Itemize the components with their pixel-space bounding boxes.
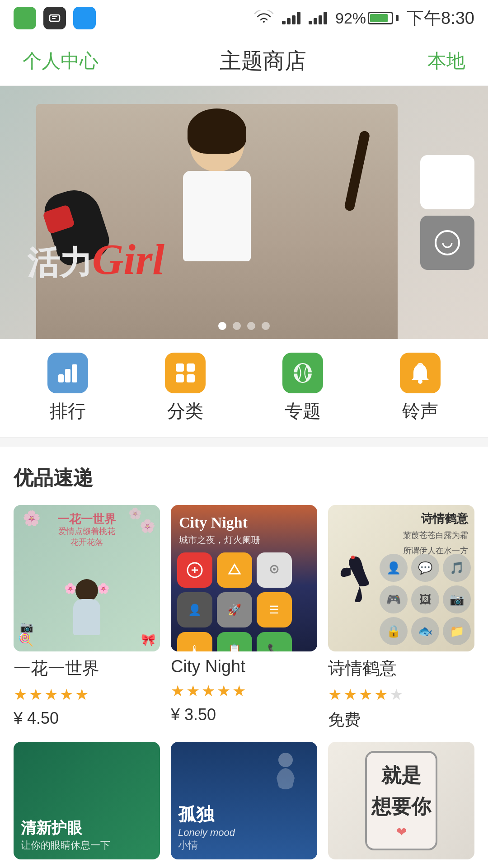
product-card-night[interactable]: City Night 城市之夜，灯火阑珊 [171,505,317,731]
page-title: 主题商店 [220,47,306,75]
banner-girl-text: Girl [92,234,164,284]
product-grid-bottom: 清新护眼 让你的眼睛休息一下 孤独 Lonely mood 小情 [14,742,474,859]
product-name-night: City Night [171,657,317,676]
svg-point-15 [273,568,276,571]
svg-point-17 [278,753,293,767]
product-card-flower[interactable]: 🌸 🌸 🌸 一花一世界 爱情点缀着桃花 花开花落 🌸 🌸 [14,505,160,731]
star-4: ★ [60,685,73,703]
topic-label: 专题 [285,399,321,424]
nav-topic[interactable]: 专题 [282,353,323,424]
svg-point-1 [436,231,459,255]
svg-rect-2 [58,374,64,382]
topic-icon [282,353,323,393]
product-card-eye[interactable]: 清新护眼 让你的眼睛休息一下 [14,742,160,859]
ringtone-icon [400,353,441,393]
svg-rect-8 [187,374,195,382]
app-header: 个人中心 主题商店 本地 [0,36,488,86]
banner-text-overlay: 活力 Girl [27,234,164,285]
product-price-night: ¥ 3.50 [171,705,317,724]
svg-rect-3 [65,369,70,382]
product-card-just[interactable]: 就是 想要你 ❤ [328,742,474,859]
banner-thumb-1[interactable] [420,155,474,209]
star-5: ★ [75,685,89,703]
local-link[interactable]: 本地 [427,48,465,74]
nav-ranking[interactable]: 排行 [47,353,88,424]
star-1: ★ [14,685,27,703]
star-3: ★ [44,685,58,703]
app-icon-2 [43,7,66,29]
product-grid: 🌸 🌸 🌸 一花一世界 爱情点缀着桃花 花开花落 🌸 🌸 [14,505,474,731]
personal-center-link[interactable]: 个人中心 [23,48,99,74]
product-stars-night: ★ ★ ★ ★ ★ [171,682,317,700]
banner: SPORT 活力 Girl [0,86,488,339]
product-thumb-lonely: 孤独 Lonely mood 小情 [171,742,317,859]
signal-2-icon [309,12,327,24]
ranking-label: 排行 [50,399,86,424]
product-thumb-flower: 🌸 🌸 🌸 一花一世界 爱情点缀着桃花 花开花落 🌸 🌸 [14,505,160,651]
product-stars-flower: ★ ★ ★ ★ ★ [14,685,160,703]
ranking-icon [47,353,88,393]
app-icon-1 [14,7,36,29]
status-right: 92% 下午8:30 [254,7,474,30]
app-icon-3 [73,7,96,29]
status-left [14,7,96,29]
time-display: 下午8:30 [407,7,474,30]
dot-1[interactable] [218,322,226,330]
banner-thumb-2[interactable] [420,216,474,270]
nav-ringtone[interactable]: 铃声 [400,353,441,424]
banner-thumbnails [420,155,474,270]
banner-chinese: 活力 [27,241,92,285]
svg-point-12 [418,379,422,384]
dot-3[interactable] [247,322,255,330]
product-thumb-crane: 诗情鹤意 蒹葭苍苍白露为霜所谓伊人在水一方 👤 💬 [328,505,474,651]
dot-2[interactable] [233,322,241,330]
featured-section: 优品速递 🌸 🌸 🌸 一花一世界 爱情点缀着桃花 花开花落 [0,447,488,868]
product-card-lonely[interactable]: 孤独 Lonely mood 小情 [171,742,317,859]
ringtone-label: 铃声 [402,399,438,424]
product-stars-crane: ★ ★ ★ ★ ★ [328,685,474,703]
svg-rect-4 [72,364,77,382]
product-name-flower: 一花一世界 [14,657,160,680]
svg-rect-5 [176,363,184,372]
status-bar: 92% 下午8:30 [0,0,488,36]
nav-category[interactable]: 分类 [165,353,206,424]
svg-point-16 [351,556,355,559]
product-price-crane: 免费 [328,709,474,731]
product-thumb-eye: 清新护眼 让你的眼睛休息一下 [14,742,160,859]
battery-percent: 92% [335,9,366,27]
category-nav: 排行 分类 专题 [0,339,488,438]
product-thumb-night: City Night 城市之夜，灯火阑珊 [171,505,317,651]
svg-rect-6 [187,363,195,372]
product-thumb-just: 就是 想要你 ❤ [328,742,474,859]
category-icon [165,353,206,393]
star-2: ★ [29,685,42,703]
section-title: 优品速递 [14,465,474,491]
category-label: 分类 [167,399,203,424]
product-name-crane: 诗情鹤意 [328,657,474,680]
svg-rect-7 [176,374,184,382]
product-card-crane[interactable]: 诗情鹤意 蒹葭苍苍白露为霜所谓伊人在水一方 👤 💬 [328,505,474,731]
dot-4[interactable] [262,322,270,330]
banner-dots [218,322,270,330]
product-price-flower: ¥ 4.50 [14,709,160,728]
signal-1-icon [282,12,300,24]
wifi-icon [254,10,274,26]
battery-icon: 92% [335,9,399,27]
